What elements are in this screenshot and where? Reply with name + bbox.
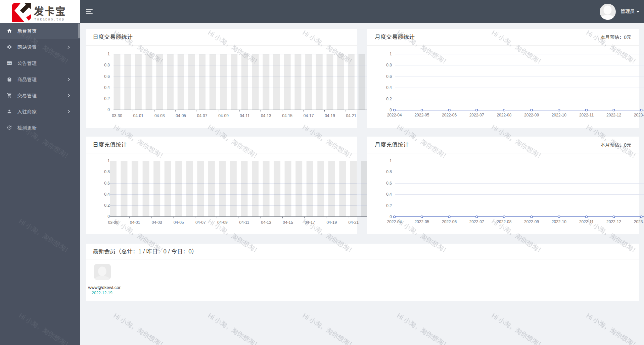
svg-text:2022-09: 2022-09	[524, 219, 539, 224]
svg-text:0.6: 0.6	[386, 74, 392, 79]
svg-text:04-21: 04-21	[346, 113, 357, 118]
svg-text:2022-05: 2022-05	[414, 113, 429, 117]
svg-text:0.8: 0.8	[104, 169, 110, 174]
svg-text:2022-07: 2022-07	[469, 219, 484, 224]
svg-text:0.8: 0.8	[386, 63, 392, 67]
svg-text:0.4: 0.4	[104, 192, 110, 197]
svg-text:0.8: 0.8	[104, 63, 110, 67]
svg-text:2023-01: 2023-01	[634, 113, 644, 117]
svg-text:0.6: 0.6	[104, 74, 110, 79]
svg-text:2022-06: 2022-06	[442, 113, 457, 117]
svg-text:0.4: 0.4	[386, 192, 392, 197]
svg-text:04-03: 04-03	[152, 220, 162, 225]
svg-text:2022-06: 2022-06	[442, 219, 457, 224]
svg-text:2022-12: 2022-12	[606, 113, 621, 117]
svg-text:0.2: 0.2	[104, 96, 110, 101]
svg-text:04-15: 04-15	[283, 220, 293, 225]
svg-text:03-30: 03-30	[112, 113, 122, 118]
svg-text:2022-12: 2022-12	[606, 219, 621, 224]
svg-text:2022-11: 2022-11	[579, 113, 594, 117]
svg-text:04-09: 04-09	[217, 220, 228, 225]
svg-text:0.6: 0.6	[104, 181, 110, 186]
svg-text:NEW: NEW	[7, 62, 11, 64]
svg-text:04-09: 04-09	[218, 113, 229, 118]
svg-text:2022-04: 2022-04	[387, 219, 402, 224]
svg-text:04-21: 04-21	[349, 220, 359, 225]
svg-text:04-07: 04-07	[197, 113, 208, 118]
svg-text:04-15: 04-15	[282, 113, 292, 118]
svg-text:04-01: 04-01	[130, 220, 140, 225]
svg-text:0: 0	[107, 107, 110, 112]
svg-text:04-19: 04-19	[325, 113, 335, 118]
svg-text:2022-10: 2022-10	[552, 219, 566, 224]
svg-text:0: 0	[389, 214, 392, 219]
svg-text:0.4: 0.4	[386, 85, 392, 90]
svg-text:0: 0	[107, 214, 110, 219]
svg-text:03-30: 03-30	[108, 220, 119, 225]
svg-text:1: 1	[389, 52, 392, 56]
svg-text:2022-07: 2022-07	[469, 113, 484, 117]
svg-text:2022-11: 2022-11	[579, 219, 594, 224]
svg-text:04-17: 04-17	[304, 113, 314, 118]
svg-text:0.8: 0.8	[386, 169, 392, 174]
svg-text:2022-04: 2022-04	[387, 113, 402, 117]
svg-text:04-07: 04-07	[195, 220, 206, 225]
svg-text:04-17: 04-17	[305, 220, 315, 225]
svg-text:0.2: 0.2	[104, 203, 110, 208]
svg-text:0.6: 0.6	[386, 181, 392, 186]
svg-text:1: 1	[107, 52, 110, 56]
svg-text:0.2: 0.2	[386, 203, 392, 208]
svg-text:0: 0	[389, 108, 392, 112]
svg-text:04-19: 04-19	[326, 220, 337, 225]
svg-text:04-13: 04-13	[261, 220, 271, 225]
svg-text:2022-09: 2022-09	[524, 113, 539, 117]
svg-text:2022-08: 2022-08	[497, 219, 511, 224]
svg-text:04-13: 04-13	[261, 113, 271, 118]
svg-text:04-11: 04-11	[240, 113, 250, 118]
svg-text:0.4: 0.4	[104, 85, 110, 90]
svg-text:04-05: 04-05	[176, 113, 186, 118]
svg-text:1: 1	[107, 158, 110, 163]
svg-text:04-05: 04-05	[174, 220, 184, 225]
svg-text:0.2: 0.2	[386, 97, 392, 101]
svg-text:04-11: 04-11	[239, 220, 249, 225]
svg-text:2023-01: 2023-01	[634, 219, 644, 224]
svg-text:2022-05: 2022-05	[414, 219, 429, 224]
svg-text:04-01: 04-01	[133, 113, 144, 118]
svg-text:2022-08: 2022-08	[497, 113, 511, 117]
svg-text:2022-10: 2022-10	[552, 113, 566, 117]
svg-text:04-03: 04-03	[154, 113, 165, 118]
svg-text:1: 1	[389, 158, 392, 163]
